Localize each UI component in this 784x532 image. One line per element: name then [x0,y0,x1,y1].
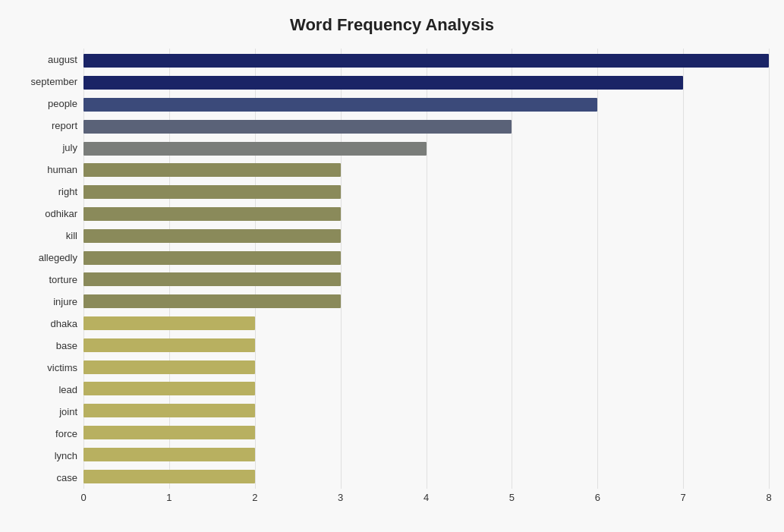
bar-row [83,446,769,463]
chart-container: Word Frequency Analysis augustseptemberp… [0,0,784,532]
bar [83,142,427,156]
x-tick: 7 [681,492,686,503]
bar-row [83,337,769,354]
x-tick: 8 [766,492,771,503]
bar-row [83,118,769,135]
y-label: august [48,50,77,70]
y-label: right [58,182,77,202]
y-label: lynch [55,446,77,466]
bar [83,360,255,374]
y-labels: augustseptemberpeoplereportjulyhumanrigh… [15,49,83,489]
y-label: base [56,336,77,356]
bar-row [83,228,769,244]
bar-row [83,140,769,157]
bar [83,76,683,90]
bar-row [83,402,769,419]
bar [83,448,255,461]
y-label: force [55,424,77,444]
chart-title: Word Frequency Analysis [15,15,769,35]
plot-area [83,49,769,489]
bar [83,251,341,265]
x-tick: 4 [423,492,429,503]
y-label: torture [49,270,77,290]
y-label: people [48,94,77,114]
y-label: kill [66,226,77,246]
x-tick: 5 [509,492,515,503]
chart-area: augustseptemberpeoplereportjulyhumanrigh… [15,49,769,489]
grid-line [769,49,770,489]
y-label: report [52,116,77,136]
bar [83,207,341,221]
y-label: september [31,72,77,92]
y-label: odhikar [45,204,77,224]
bar-row [83,293,769,310]
bar-row [83,184,769,200]
bar [83,426,255,439]
x-tick: 1 [166,492,172,503]
y-label: allegedly [39,248,77,268]
x-tick: 6 [595,492,600,503]
y-label: injure [53,292,77,312]
bar [83,382,255,395]
x-axis: 012345678 [83,489,769,516]
bar-row [83,250,769,266]
x-tick: 2 [252,492,257,503]
y-label: dhaka [51,314,77,334]
bar-row [83,162,769,178]
y-label: lead [58,380,77,400]
y-label: human [47,160,77,180]
bar-row [83,468,769,485]
bar-row [83,96,769,113]
bar [83,316,255,330]
y-label: july [62,138,77,158]
bar [83,54,769,68]
bar-row [83,271,769,288]
y-label: victims [47,358,77,378]
bar [83,338,255,352]
bar [83,120,512,134]
bar-row [83,359,769,376]
bar [83,404,255,417]
bar-row [83,315,769,332]
bar [83,294,341,308]
bar [83,185,341,199]
x-tick: 3 [338,492,343,503]
bar [83,98,597,112]
bar-row [83,52,769,69]
y-label: joint [59,402,77,422]
bar [83,470,255,483]
bars-wrapper [83,49,769,489]
bar [83,272,341,286]
x-tick: 0 [80,492,86,503]
bar-row [83,380,769,397]
bar-row [83,206,769,222]
bar [83,229,341,243]
bar [83,163,341,177]
bar-row [83,74,769,91]
y-label: case [57,468,77,488]
bar-row [83,424,769,441]
